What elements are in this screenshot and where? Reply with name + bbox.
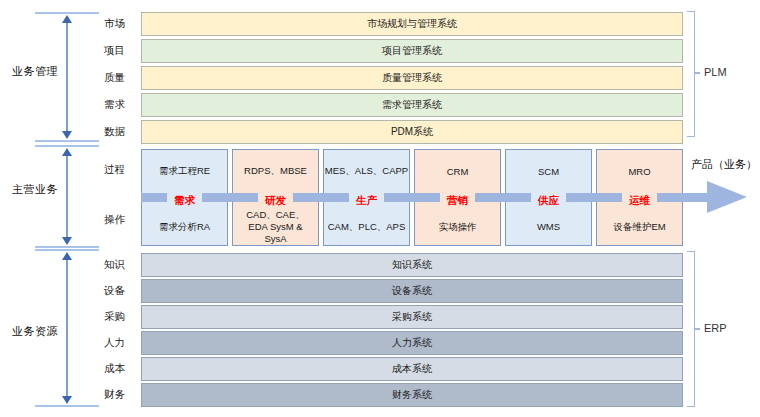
system-bar-text: 采购系统: [392, 310, 432, 324]
system-bar: 采购系统: [141, 305, 683, 329]
system-bar: 需求管理系统: [141, 93, 683, 117]
row-label: 人力: [88, 331, 141, 355]
row-label: 采购: [88, 305, 141, 329]
erp-label: ERP: [704, 322, 727, 334]
row-label: 市场: [88, 12, 141, 36]
stage-operation-text: 实场操作: [439, 221, 477, 233]
system-bar: 人力系统: [141, 331, 683, 355]
section-label-resources: 业务资源: [12, 324, 58, 339]
res-row-cost: 成本 成本系统: [88, 357, 683, 381]
row-label: 设备: [88, 279, 141, 303]
system-bar-text: 项目管理系统: [382, 44, 442, 58]
res-row-procurement: 采购 采购系统: [88, 305, 683, 329]
stage-process-text: 需求工程RE: [142, 150, 227, 192]
section-label-core: 主营业务: [12, 182, 58, 197]
system-bar-text: 成本系统: [392, 362, 432, 376]
arrow-down-icon: [62, 396, 72, 404]
stage-name: 运维: [622, 192, 657, 209]
stage-name: 供应: [531, 192, 566, 209]
enterprise-systems-diagram: 业务管理 市场 市场规划与管理系统 项目 项目管理系统 质量 质量管理系统 需求…: [0, 0, 760, 417]
res-row-hr: 人力 人力系统: [88, 331, 683, 355]
output-label: 产品（业务）: [691, 157, 757, 172]
mgmt-row-requirement: 需求 需求管理系统: [88, 93, 683, 117]
extent-arrow-shaft: [66, 17, 68, 137]
row-label: 财务: [88, 383, 141, 407]
arrow-down-icon: [62, 237, 72, 245]
mgmt-row-data: 数据 PDM系统: [88, 120, 683, 144]
arrow-up-icon: [62, 15, 72, 23]
system-bar-text: 人力系统: [392, 336, 432, 350]
row-label: 知识: [88, 253, 141, 277]
extent-arrow-shaft: [66, 150, 68, 243]
stage-process-text: MES、ALS、CAPP: [324, 150, 409, 192]
stage-operation-text: 设备维护EM: [613, 221, 665, 233]
arrow-down-icon: [62, 131, 72, 139]
res-row-knowledge: 知识 知识系统: [88, 253, 683, 277]
system-bar: 成本系统: [141, 357, 683, 381]
row-label: 数据: [88, 120, 141, 144]
row-label: 项目: [88, 39, 141, 63]
row-label: 需求: [88, 93, 141, 117]
row-label: 质量: [88, 66, 141, 90]
mgmt-row-market: 市场 市场规划与管理系统: [88, 12, 683, 36]
system-bar: PDM系统: [141, 120, 683, 144]
system-bar-text: 需求管理系统: [382, 98, 442, 112]
system-bar: 市场规划与管理系统: [141, 12, 683, 36]
stage-name: 需求: [167, 192, 202, 209]
system-bar: 质量管理系统: [141, 66, 683, 90]
system-bar-text: PDM系统: [391, 125, 433, 139]
stage-operation-text: CAM、PLC、APS: [328, 221, 406, 233]
mgmt-row-project: 项目 项目管理系统: [88, 39, 683, 63]
row-label-operation: 操作: [88, 213, 141, 227]
plm-label: PLM: [704, 66, 727, 78]
res-row-equipment: 设备 设备系统: [88, 279, 683, 303]
value-chain-arrowhead-icon: [707, 181, 747, 213]
system-bar-text: 质量管理系统: [382, 71, 442, 85]
system-bar: 财务系统: [141, 383, 683, 407]
stage-name: 生产: [349, 192, 384, 209]
row-label-process: 过程: [88, 163, 141, 177]
system-bar: 项目管理系统: [141, 39, 683, 63]
arrow-up-icon: [62, 148, 72, 156]
stage-process-text: CRM: [415, 150, 500, 192]
stage-process-text: RDPS、MBSE: [233, 150, 318, 192]
plm-bracket-tick: [694, 72, 700, 74]
stage-process-text: MRO: [597, 150, 682, 192]
arrow-up-icon: [62, 252, 72, 260]
extent-cap-line: [35, 145, 99, 147]
row-label: 成本: [88, 357, 141, 381]
system-bar-text: 知识系统: [392, 258, 432, 272]
plm-bracket: [687, 11, 695, 137]
system-bar-text: 市场规划与管理系统: [367, 17, 457, 31]
system-bar-text: 财务系统: [392, 388, 432, 402]
stage-operation-text: CAD、CAE、EDA SysM & SysA: [237, 209, 315, 245]
stage-name: 营销: [440, 192, 475, 209]
res-row-finance: 财务 财务系统: [88, 383, 683, 407]
system-bar: 知识系统: [141, 253, 683, 277]
extent-arrow-shaft: [66, 254, 68, 402]
stage-name: 研发: [258, 192, 293, 209]
section-label-management: 业务管理: [12, 64, 58, 79]
stage-operation-text: 需求分析RA: [159, 221, 210, 233]
stage-operation-text: WMS: [537, 221, 560, 233]
mgmt-row-quality: 质量 质量管理系统: [88, 66, 683, 90]
extent-cap-line: [35, 246, 99, 248]
extent-cap-line: [35, 249, 99, 251]
system-bar-text: 设备系统: [392, 284, 432, 298]
system-bar: 设备系统: [141, 279, 683, 303]
erp-bracket-tick: [694, 328, 700, 330]
stage-process-text: SCM: [506, 150, 591, 192]
